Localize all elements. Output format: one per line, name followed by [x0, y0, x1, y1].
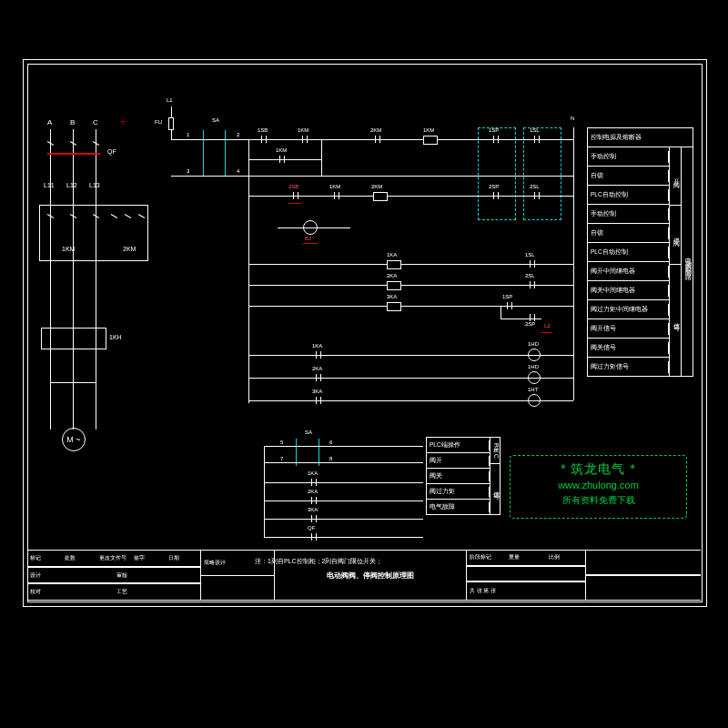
sa-label: SA [212, 117, 219, 123]
r5-1ka: 1KA [387, 252, 397, 258]
N-label: N [571, 116, 574, 121]
watermark-brand: * 筑龙电气 * [511, 461, 686, 478]
r3-2sb: 2SB [288, 184, 298, 189]
plc-qf: QF [308, 525, 315, 531]
r3-1km: 1KM [329, 184, 340, 189]
motor-text: M ~ [66, 435, 80, 444]
tb-role-3: 工艺 [114, 584, 157, 601]
control-schematic: L1 FU N SA 1 2 1SB 1KM 2KM 1KM 1SP 1SL [168, 105, 578, 487]
km1-label: 1KM [62, 246, 75, 252]
desc-row-5: PLC自动控制 [588, 247, 669, 258]
tb-role-1: 校对 [27, 584, 71, 601]
tb-sheet: 共 张 第 张 [467, 582, 585, 601]
plc-side-1: 信号 [490, 464, 500, 514]
phase-c-label: C [93, 118, 98, 126]
r3-2km: 2KM [371, 184, 382, 189]
node-1: 1 [187, 132, 189, 137]
watermark-box: * 筑龙电气 * www.zhulong.com 所有资料免费下载 [510, 455, 687, 519]
node-2: 2 [237, 132, 239, 137]
km2-label: 2KM [123, 246, 136, 252]
plc-n5: 5 [280, 440, 283, 445]
desc-row-3: 手动控制 [588, 208, 669, 220]
bj-label: BJ [305, 236, 311, 241]
fuse-label: FU [155, 119, 162, 125]
tb-rev-2: 更改文件号 [96, 551, 131, 567]
r3-2sp: 2SP [489, 184, 499, 189]
tb-project: 简略设计 [201, 551, 274, 576]
desc-row-0: 手动控制 [588, 151, 669, 163]
r5-1sl: 1SL [525, 252, 535, 258]
tb-weight: 重量 [506, 551, 545, 566]
r1-2km: 2KM [370, 127, 381, 133]
tb-scale: 比例 [546, 551, 585, 566]
r1-1sb: 1SB [258, 127, 268, 133]
r7-2sp: 2SP [525, 321, 535, 327]
plc-side-0: 至PLC [490, 438, 500, 464]
plc-sa: SA [305, 430, 312, 435]
plc-row-2: 阀关 [427, 471, 490, 481]
plc-table: PLC端操作 阀开 阀关 阀过力矩 电气故障 至PLC 信号 [426, 437, 500, 515]
side-open: 开阀 [670, 147, 681, 206]
side-signal: 信号 [670, 265, 681, 377]
plc-row-1: 阀开 [427, 456, 490, 466]
tb-rev-3: 签字 [131, 551, 166, 567]
phase-b-label: B [70, 118, 75, 126]
cad-canvas: A B C ⏚ QF L11 L12 L13 1KM 2KM 1KH M ~ [0, 0, 728, 728]
plc-row-0: PLC端操作 [427, 440, 490, 450]
desc-row-11: 阀过力矩信号 [588, 361, 669, 373]
r8-1hd: 1HD [528, 341, 539, 347]
tb-stage: 阶段标记 [467, 551, 506, 566]
side-outer: 电动阀控制回路 [681, 147, 693, 376]
r6-2sl: 2SL [525, 273, 535, 278]
watermark-url: www.zhulong.com [511, 480, 686, 490]
plc-row-4: 电气故障 [427, 502, 490, 512]
kh-label: 1KH [109, 334, 122, 340]
desc-row-10: 阀关信号 [588, 342, 669, 354]
desc-row-7: 阀关中间继电器 [588, 285, 669, 297]
node-3: 3 [187, 168, 189, 174]
r9-2ka: 2KA [312, 366, 322, 371]
node-4: 4 [237, 168, 239, 174]
breaker-label: QF [107, 148, 116, 155]
drawing-title: 电动阀阀、停阀控制原理图 [275, 551, 466, 601]
L2-label: L2 [544, 323, 551, 329]
r7-1sp: 1SP [502, 294, 512, 299]
r7-3ka: 3KA [387, 294, 397, 299]
ground-icon: ⏚ [120, 116, 126, 126]
tb-role-2: 审核 [114, 568, 157, 584]
desc-row-6: 阀开中间继电器 [588, 266, 669, 278]
fuse-icon [168, 117, 174, 130]
desc-row-4: 自锁 [588, 228, 669, 239]
plc-n7: 7 [280, 456, 283, 461]
r10-3ka: 3KA [312, 389, 322, 394]
desc-row-8: 阀过力矩中间继电器 [588, 304, 669, 316]
title-block: 标记 处数 更改文件号 签字 日期 设计 审核 校对 工艺 简略设计 [27, 550, 701, 601]
plc-1ka: 1KA [308, 470, 318, 476]
tb-role-0: 设计 [27, 568, 71, 584]
r2-1km: 1KM [276, 147, 287, 153]
plc-2ka: 2KA [308, 489, 318, 494]
r1-coil-1km: 1KM [423, 127, 434, 133]
r10-1ht: 1HT [528, 387, 538, 392]
desc-header: 控制电源及熔断器 [588, 132, 693, 144]
L12-label: L12 [66, 182, 77, 188]
r6-2ka: 2KA [387, 273, 397, 278]
plc-signal-block: SA 5 6 7 8 1KA 2KA 3KA QF PLC端操作 阀开 阀关 阀 [255, 437, 500, 555]
tb-rev-4: 日期 [166, 551, 200, 567]
plc-row-3: 阀过力矩 [427, 487, 490, 497]
desc-row-1: 自锁 [588, 170, 669, 182]
side-close: 停阀 [670, 206, 681, 264]
L13-label: L13 [89, 182, 100, 188]
motor-symbol: M ~ [62, 428, 86, 451]
watermark-tagline: 所有资料免费下载 [511, 494, 686, 507]
r8-1ka: 1KA [312, 343, 322, 349]
r1-1km: 1KM [298, 127, 308, 133]
desc-row-9: 阀开信号 [588, 323, 669, 335]
desc-row-2: PLC自动控制 [588, 189, 669, 201]
plc-n6: 6 [329, 440, 332, 445]
plc-n8: 8 [329, 456, 332, 461]
r9-1hd: 1HD [528, 364, 539, 369]
L11-label: L11 [44, 182, 55, 188]
L1-label: L1 [167, 97, 173, 103]
phase-a-label: A [47, 118, 52, 126]
